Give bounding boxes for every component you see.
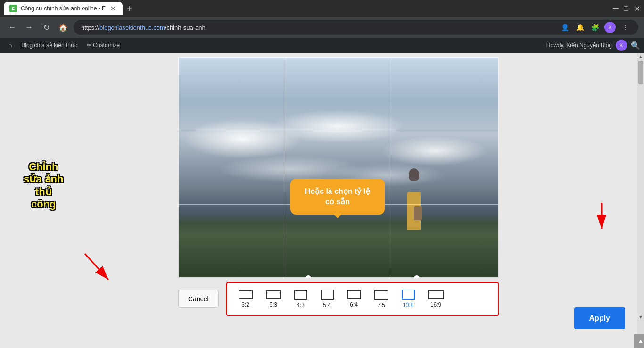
ratio-label-7-5: 7:5	[377, 302, 385, 308]
extensions-icon[interactable]: 🧩	[589, 22, 601, 33]
address-right-icons: 👤 🔔 🧩 K ⋮	[559, 22, 631, 33]
notification-icon[interactable]: 🔔	[574, 22, 586, 33]
wp-toolbar-right: Howdy, Kiến Nguyễn Blog K 🔍	[546, 40, 640, 51]
url-prefix: https://	[81, 24, 99, 31]
person-silhouette	[400, 168, 428, 230]
url-path: /chinh-sua-anh	[165, 24, 206, 31]
wp-user-greeting: Howdy, Kiến Nguyễn Blog	[546, 42, 612, 49]
person-backpack	[414, 206, 422, 220]
ratio-label-3-2: 3:2	[241, 301, 249, 308]
image-container: Hoặc là chọn tỷ lệ có sẵn	[178, 57, 499, 278]
wp-customize[interactable]: ✏ Customize	[82, 38, 124, 53]
wp-toolbar: ⌂ Blog chia sẻ kiến thức ✏ Customize How…	[0, 38, 644, 53]
browser-titlebar: E Công cụ chỉnh sửa ảnh online - E ✕ + ─…	[0, 0, 644, 17]
bottom-controls: Cancel 3:2 5:3 4:3	[178, 282, 499, 316]
back-to-top-button[interactable]: ▲	[634, 334, 644, 348]
ratio-icon-7-5	[374, 290, 388, 300]
ratio-panel: 3:2 5:3 4:3 5:4	[226, 282, 499, 316]
ratio-icon-16-9	[428, 290, 444, 299]
editor-area: Hoặc là chọn tỷ lệ có sẵn Cancel 3:2 5:3	[127, 53, 550, 348]
avatar[interactable]: K	[604, 22, 616, 33]
ratio-label-16-9: 16:9	[430, 301, 441, 308]
right-area: Apply ▲ ▼ ▲	[550, 53, 644, 348]
red-arrow-annotation	[80, 249, 118, 287]
new-tab-button[interactable]: +	[123, 2, 136, 15]
ratio-btn-5-3[interactable]: 5:3	[264, 289, 283, 310]
ratio-icon-4-3	[294, 290, 307, 300]
url-display: https://blogchiasekienthuc.com/chinh-sua…	[81, 24, 206, 31]
ratio-btn-3-2[interactable]: 3:2	[237, 288, 255, 310]
forward-button[interactable]: →	[23, 21, 36, 34]
ratio-btn-10-8[interactable]: 10:8	[400, 288, 417, 310]
annotation-text: Chỉnhsửa ảnhthủcông	[24, 161, 63, 211]
reload-button[interactable]: ↻	[40, 21, 53, 34]
profile-icon[interactable]: 👤	[559, 22, 570, 33]
wp-search-icon[interactable]: 🔍	[631, 41, 640, 50]
left-area: Chỉnhsửa ảnhthủcông	[0, 53, 127, 348]
scrollbar-thumb[interactable]	[638, 61, 643, 84]
ratio-icon-5-3	[266, 290, 281, 299]
back-button[interactable]: ←	[6, 21, 19, 34]
ratio-label-10-8: 10:8	[403, 302, 413, 308]
svg-line-1	[85, 254, 108, 280]
scroll-down-arrow[interactable]: ▼	[638, 315, 643, 320]
ratio-btn-16-9[interactable]: 16:9	[426, 289, 446, 310]
ratio-icon-3-2	[239, 290, 253, 299]
url-domain: blogchiasekienthuc.com	[99, 24, 165, 31]
ratio-label-5-4: 5:4	[323, 302, 331, 308]
ratio-label-6-4: 6:4	[350, 301, 358, 308]
speech-bubble: Hoặc là chọn tỷ lệ có sẵn	[290, 179, 385, 215]
ratio-label-4-3: 4:3	[297, 302, 305, 308]
main-area: Chỉnhsửa ảnhthủcông	[0, 53, 644, 348]
apply-button[interactable]: Apply	[574, 307, 625, 329]
browser-tab[interactable]: E Công cụ chỉnh sửa ảnh online - E ✕	[4, 2, 123, 15]
apply-arrow-annotation	[587, 200, 616, 238]
ratio-icon-5-4	[321, 290, 334, 300]
ratio-btn-6-4[interactable]: 6:4	[345, 288, 363, 310]
ratio-btn-5-4[interactable]: 5:4	[319, 288, 336, 310]
window-controls: ─ □ ✕	[613, 4, 640, 13]
address-bar[interactable]: https://blogchiasekienthuc.com/chinh-sua…	[74, 20, 638, 35]
ratio-label-5-3: 5:3	[269, 301, 277, 308]
minimize-button[interactable]: ─	[613, 4, 618, 13]
wp-site-name[interactable]: Blog chia sẻ kiến thức	[17, 38, 82, 53]
close-button[interactable]: ✕	[634, 4, 640, 13]
home-button[interactable]: 🏠	[57, 21, 70, 34]
ratio-icon-10-8	[402, 290, 415, 300]
tab-favicon: E	[9, 5, 17, 12]
scroll-up-arrow[interactable]: ▲	[638, 54, 643, 59]
maximize-button[interactable]: □	[624, 4, 628, 13]
image-background	[178, 57, 499, 278]
cancel-button[interactable]: Cancel	[178, 290, 219, 308]
person-head	[409, 168, 419, 181]
browser-addressbar: ← → ↻ 🏠 https://blogchiasekienthuc.com/c…	[0, 17, 644, 38]
wp-home-icon[interactable]: ⌂	[4, 38, 17, 53]
wp-user-avatar[interactable]: K	[616, 40, 627, 51]
ratio-btn-4-3[interactable]: 4:3	[292, 288, 309, 310]
speech-bubble-text: Hoặc là chọn tỷ lệ có sẵn	[305, 187, 371, 206]
ratio-icon-6-4	[347, 290, 361, 299]
tab-close-button[interactable]: ✕	[109, 5, 117, 12]
menu-button[interactable]: ⋮	[619, 22, 631, 33]
tab-title: Công cụ chỉnh sửa ảnh online - E	[21, 5, 106, 12]
ratio-btn-7-5[interactable]: 7:5	[372, 288, 390, 310]
